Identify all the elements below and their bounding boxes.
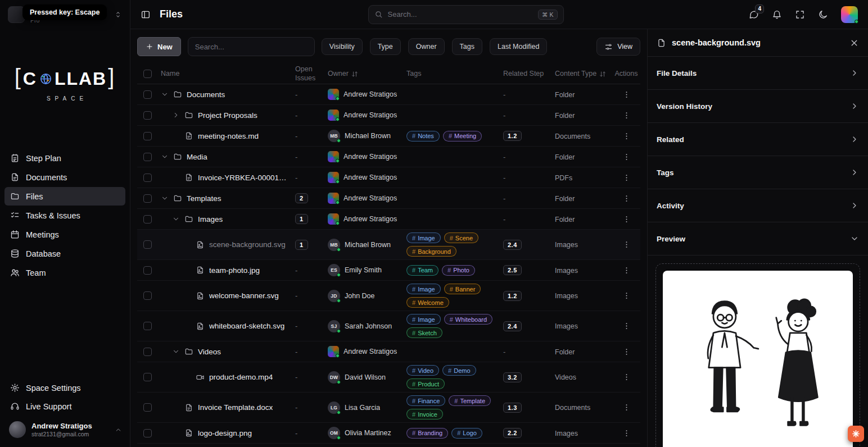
tag-branding[interactable]: #Branding	[406, 428, 448, 439]
sidebar-item-meetings[interactable]: Meetings	[4, 225, 125, 244]
table-row-documents[interactable]: Documents-Andrew Stratigos-Folder	[137, 84, 640, 105]
table-row-images[interactable]: Images1Andrew Stratigos-Folder	[137, 209, 640, 230]
row-checkbox[interactable]	[143, 174, 152, 182]
table-row-logo-design-png[interactable]: logo-design.png-OMOlivia Martinez#Brandi…	[137, 423, 640, 444]
tag-whiteboard[interactable]: #Whiteboard	[444, 314, 492, 325]
new-button[interactable]: New	[137, 37, 181, 56]
sidebar-item-files[interactable]: Files	[4, 187, 125, 206]
row-actions-kebab-icon[interactable]	[622, 373, 631, 381]
tag-image[interactable]: #Image	[406, 314, 441, 325]
sidebar-item-step-plan[interactable]: Step Plan	[4, 149, 125, 167]
row-checkbox[interactable]	[143, 215, 152, 224]
row-actions-kebab-icon[interactable]	[622, 132, 631, 140]
row-actions-kebab-icon[interactable]	[622, 322, 631, 330]
filter-chip-owner[interactable]: Owner	[408, 38, 445, 55]
files-search-input[interactable]	[188, 37, 315, 56]
sidebar-item-tasks-issues[interactable]: Tasks & Issues	[4, 206, 125, 225]
column-header-owner[interactable]: Owner	[324, 70, 403, 79]
row-actions-kebab-icon[interactable]	[622, 90, 631, 99]
row-actions-kebab-icon[interactable]	[622, 174, 631, 182]
sidebar-item-team[interactable]: Team	[4, 263, 125, 282]
row-checkbox[interactable]	[143, 240, 152, 249]
filter-chip-visibility[interactable]: Visibility	[322, 38, 363, 55]
table-row-templates[interactable]: Templates2Andrew Stratigos-Folder	[137, 188, 640, 209]
tag-image[interactable]: #Image	[406, 284, 441, 294]
row-actions-kebab-icon[interactable]	[622, 266, 631, 275]
tag-logo[interactable]: #Logo	[451, 428, 482, 439]
table-row-project-proposals[interactable]: Project Proposals-Andrew Stratigos-Folde…	[137, 105, 640, 126]
row-checkbox[interactable]	[143, 373, 152, 381]
chat-notifications-button[interactable]: 4	[749, 10, 759, 20]
row-actions-kebab-icon[interactable]	[622, 403, 631, 412]
bell-button[interactable]	[772, 10, 782, 20]
table-row-whiteboard-sketch-svg[interactable]: whiteboard-sketch.svg-SJSarah Johnson#Im…	[137, 311, 640, 341]
sidebar-item-space-settings[interactable]: Space Settings	[4, 378, 125, 397]
row-actions-kebab-icon[interactable]	[622, 215, 631, 224]
panel-section-activity[interactable]: Activity	[648, 189, 868, 222]
tag-product[interactable]: #Product	[406, 378, 445, 389]
sidebar-item-live-support[interactable]: Live Support	[4, 397, 125, 416]
fullscreen-button[interactable]	[795, 10, 805, 20]
table-row-welcome-banner-svg[interactable]: welcome-banner.svg-JDJohn Doe#Image#Bann…	[137, 281, 640, 311]
chat-widget-button[interactable]	[848, 426, 864, 442]
row-actions-kebab-icon[interactable]	[622, 348, 631, 356]
tag-meeting[interactable]: #Meeting	[443, 131, 482, 142]
panel-section-preview[interactable]: Preview	[648, 222, 868, 256]
tag-welcome[interactable]: #Welcome	[406, 297, 449, 308]
tag-template[interactable]: #Template	[449, 395, 491, 406]
row-checkbox[interactable]	[143, 153, 152, 161]
sidebar-item-documents[interactable]: Documents	[4, 168, 125, 186]
row-checkbox[interactable]	[143, 291, 152, 300]
view-button[interactable]: View	[596, 38, 640, 56]
panel-section-tags[interactable]: Tags	[648, 156, 868, 189]
table-row-videos[interactable]: Videos-Andrew Stratigos-Folder	[137, 341, 640, 362]
user-menu[interactable]: Andrew Stratigos strat2131@gmail.com	[0, 416, 130, 444]
table-row-meeting-notes-md[interactable]: meeting-notes.md-MBMichael Brown#Notes#M…	[137, 126, 640, 147]
tag-team[interactable]: #Team	[406, 265, 438, 276]
select-all-checkbox[interactable]	[143, 70, 152, 78]
tag-finance[interactable]: #Finance	[406, 395, 445, 406]
row-actions-kebab-icon[interactable]	[622, 291, 631, 300]
tag-demo[interactable]: #Demo	[442, 365, 476, 376]
global-search-input[interactable]	[388, 10, 534, 19]
panel-section-file-details[interactable]: File Details	[648, 57, 868, 90]
tag-invoice[interactable]: #Invoice	[406, 409, 443, 419]
tag-sketch[interactable]: #Sketch	[406, 327, 442, 338]
row-checkbox[interactable]	[143, 90, 152, 99]
row-checkbox[interactable]	[143, 132, 152, 140]
row-checkbox[interactable]	[143, 266, 152, 275]
close-icon[interactable]	[849, 38, 859, 48]
table-row-media[interactable]: Media-Andrew Stratigos-Folder	[137, 147, 640, 167]
row-actions-kebab-icon[interactable]	[622, 111, 631, 120]
column-header-content-type[interactable]: Content Type	[551, 70, 612, 79]
tag-video[interactable]: #Video	[406, 365, 439, 376]
row-checkbox[interactable]	[143, 194, 152, 203]
row-checkbox[interactable]	[143, 429, 152, 437]
row-actions-kebab-icon[interactable]	[622, 240, 631, 249]
row-checkbox[interactable]	[143, 111, 152, 120]
theme-toggle-button[interactable]	[818, 10, 828, 20]
sidebar-toggle-icon[interactable]	[141, 10, 151, 20]
global-search[interactable]: ⌘ K	[368, 5, 564, 24]
tag-notes[interactable]: #Notes	[406, 131, 440, 142]
tag-image[interactable]: #Image	[406, 232, 441, 243]
tag-banner[interactable]: #Banner	[444, 284, 481, 294]
table-row-product-demo-mp4[interactable]: product-demo.mp4-DWDavid Wilson#Video#De…	[137, 362, 640, 393]
row-checkbox[interactable]	[143, 403, 152, 412]
chevron-up-down-icon[interactable]	[114, 11, 122, 19]
panel-section-version-history[interactable]: Version History	[648, 90, 868, 123]
table-row-invoice-yrbkea-00001-pdf[interactable]: Invoice-YRBKEA-00001.pdf-Andrew Stratigo…	[137, 167, 640, 188]
panel-section-related[interactable]: Related	[648, 123, 868, 156]
profile-avatar[interactable]	[841, 6, 858, 23]
row-checkbox[interactable]	[143, 348, 152, 356]
table-row-scene-background-svg[interactable]: scene-background.svg1MBMichael Brown#Ima…	[137, 230, 640, 260]
filter-chip-last-modified[interactable]: Last Modified	[490, 38, 547, 55]
tag-background[interactable]: #Background	[406, 246, 456, 257]
filter-chip-tags[interactable]: Tags	[452, 38, 482, 55]
filter-chip-type[interactable]: Type	[370, 38, 401, 55]
sidebar-item-database[interactable]: Database	[4, 244, 125, 263]
tag-photo[interactable]: #Photo	[442, 265, 475, 276]
table-row-team-photo-jpg[interactable]: team-photo.jpg-ESEmily Smith#Team#Photo2…	[137, 260, 640, 281]
table-row-invoice-template-docx[interactable]: Invoice Template.docx-LGLisa Garcia#Fina…	[137, 393, 640, 423]
row-actions-kebab-icon[interactable]	[622, 153, 631, 161]
